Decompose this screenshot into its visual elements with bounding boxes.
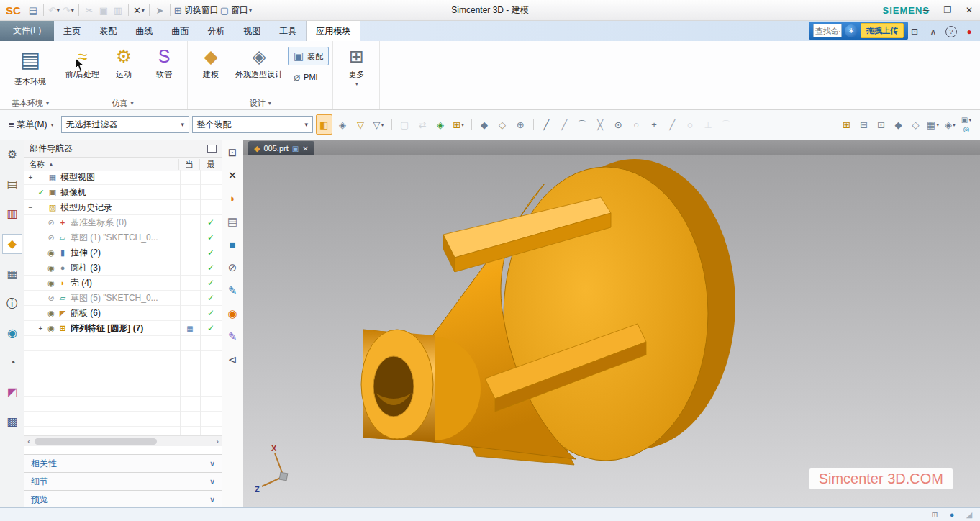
scroll-left-icon[interactable]: ‹ [24, 437, 33, 445]
ribbon-tab[interactable]: 分析 [198, 21, 234, 41]
connection-status-icon[interactable]: ● [945, 509, 958, 520]
tree-label[interactable]: 摄像机 [58, 186, 180, 199]
annotation-icon[interactable]: ✎ [224, 327, 241, 345]
more-button[interactable]: ⊞更多▾ [337, 42, 376, 89]
window-menu-button[interactable]: ▢窗口▾ [220, 2, 252, 18]
check-icon[interactable]: ✓ [35, 188, 47, 197]
part-navigator-icon[interactable]: ◆ [2, 234, 22, 254]
wireframe-mode-icon[interactable]: ◇ [908, 115, 923, 134]
snap-quadrant-icon[interactable]: ○ [629, 115, 644, 134]
rendering-style-icon[interactable]: ◈▾ [943, 115, 958, 134]
save-view-icon[interactable]: ▤ [224, 212, 241, 230]
shaded-mode-icon[interactable]: ◆ [891, 115, 906, 134]
fit-view-icon[interactable]: ■ [224, 235, 241, 253]
visibility-toggle-icon[interactable]: ◉ [45, 278, 57, 288]
motion-button[interactable]: ⚙运动 [104, 42, 143, 81]
fullscreen-button[interactable]: ⊡ [908, 24, 921, 40]
ribbon-tab[interactable]: 视图 [234, 21, 270, 41]
close-tab-icon[interactable]: ✕ [302, 145, 308, 153]
general-filter-icon[interactable]: ▽ [353, 115, 368, 134]
visibility-toggle-icon[interactable]: ⊘ [45, 218, 57, 227]
pmi-button[interactable]: ⌀PMI [288, 68, 329, 86]
tree-row[interactable]: ⊘+基准坐标系 (0)✓ [24, 215, 222, 230]
ribbon-group-label[interactable]: 设计▾ [191, 97, 329, 109]
orient-view-icon[interactable]: ⊡ [224, 143, 241, 160]
snap-control-point-icon[interactable]: ⌒ [575, 115, 590, 134]
visibility-toggle-icon[interactable]: ◉ [45, 248, 57, 258]
section-dependencies[interactable]: 相关性∨ [24, 454, 222, 472]
tree-row[interactable]: +▦模型视图 [24, 170, 222, 185]
record-movie-button[interactable]: ● [963, 24, 976, 40]
tree-row[interactable]: −▨模型历史记录 [24, 200, 222, 215]
menu-button[interactable]: ≡菜单(M)▾ [4, 117, 58, 133]
hd3d-tools-icon[interactable]: ⓘ [3, 294, 22, 313]
constraint-navigator-icon[interactable]: ▥ [3, 204, 22, 223]
tree-label[interactable]: 筋板 (6) [68, 307, 180, 320]
drag-upload-button[interactable]: 拖拽上传 [861, 23, 904, 38]
tree-label[interactable]: 基准坐标系 (0) [68, 217, 180, 229]
snap-point-on-face-icon[interactable]: ◌ [683, 115, 698, 134]
resize-grip-icon[interactable]: ◢ [963, 509, 976, 520]
visibility-toggle-icon[interactable]: ◉ [45, 324, 57, 333]
close-button[interactable]: ✕ [963, 2, 976, 18]
tree-label[interactable]: 草图 (5) "SKETCH_0... [68, 292, 180, 304]
edit-object-display-icon[interactable]: ✎ [224, 281, 241, 299]
tree-row[interactable]: +◉⊞阵列特征 [圆形] (7)▦✓ [24, 321, 222, 336]
graphics-window[interactable]: X Z Simcenter 3D.COM [243, 155, 980, 508]
tree-row[interactable]: ⊘▱草图 (1) "SKETCH_0...✓ [24, 230, 222, 245]
tree-row[interactable]: ◉▮拉伸 (2)✓ [24, 245, 222, 260]
expander[interactable]: + [26, 173, 35, 181]
window-layout-icon[interactable]: ▦▾ [925, 115, 940, 134]
ribbon-tab[interactable]: 装配 [90, 21, 126, 41]
tree-label[interactable]: 圆柱 (3) [68, 262, 180, 274]
command-finder-input[interactable] [813, 24, 842, 37]
tree-label[interactable]: 模型历史记录 [58, 201, 180, 214]
tab-file[interactable]: 文件(F) [0, 20, 54, 41]
visibility-toggle-icon[interactable]: ◉ [45, 309, 57, 318]
minimize-ribbon-button[interactable]: ∧ [927, 24, 940, 40]
snap-arc-center-icon[interactable]: ⊙ [611, 115, 626, 134]
solid-preselect-icon[interactable]: ◆ [477, 115, 492, 134]
history-icon[interactable]: ◔ [3, 353, 22, 372]
scrollbar-thumb[interactable] [35, 438, 157, 445]
float-window-icon[interactable]: ⊟ [856, 115, 871, 134]
visibility-toggle-icon[interactable]: ◉ [45, 263, 57, 273]
base-environment-button[interactable]: ▤基本环境 [6, 42, 54, 89]
ribbon-tab[interactable]: 曲面 [162, 21, 198, 41]
part-3d-model[interactable] [243, 155, 980, 508]
delete-icon[interactable]: ✕▾ [132, 2, 145, 18]
snap-point-toggle-icon[interactable]: ◧ [316, 114, 332, 135]
visualization-scenes-icon[interactable]: ▩ [3, 412, 22, 431]
assembly-navigator-icon[interactable]: ▤ [3, 175, 22, 194]
web-browser-icon[interactable]: ◉ [3, 324, 22, 343]
maximize-view-icon[interactable]: ⊡ [874, 115, 889, 134]
close-window-icon[interactable]: ✕ [224, 166, 241, 184]
snap-existing-point-icon[interactable]: + [647, 115, 662, 134]
visual-effects-icon[interactable]: ◎ [960, 125, 973, 134]
studio-render-icon[interactable]: ◗ [224, 189, 241, 207]
roles-icon[interactable]: ◩ [3, 383, 22, 402]
cloud-icon[interactable]: ∗ [845, 24, 858, 37]
flexible-hose-button[interactable]: S软管 [145, 42, 183, 81]
grid-toggle-icon[interactable]: ⊞ [928, 509, 941, 520]
previous-view-icon[interactable]: ⊲ [224, 350, 241, 368]
snap-intersection-icon[interactable]: ╳ [593, 115, 608, 134]
show-icon[interactable]: ◉ [224, 304, 241, 322]
expander[interactable]: + [36, 325, 45, 332]
column-current[interactable]: 当 [178, 159, 199, 170]
minimize-button[interactable]: ─ [920, 2, 933, 18]
expander[interactable]: − [26, 204, 35, 212]
hide-icon[interactable]: ⊘ [224, 258, 241, 276]
column-latest[interactable]: 最 [199, 159, 222, 170]
section-preview[interactable]: 预览∨ [24, 490, 222, 508]
add-to-selection-icon[interactable]: ⊞▾ [451, 115, 466, 134]
tree-label[interactable]: 草图 (1) "SKETCH_0... [68, 232, 180, 244]
visibility-toggle-icon[interactable]: ⊘ [45, 294, 57, 303]
ribbon-tab[interactable]: 工具 [270, 21, 306, 41]
assemblies-button[interactable]: ▣装配 [288, 47, 329, 65]
selection-filter-dropdown[interactable]: 无选择过滤器▼ [61, 116, 189, 133]
visibility-toggle-icon[interactable]: ⊘ [45, 233, 57, 243]
tree-label[interactable]: 模型视图 [58, 171, 180, 184]
facet-body-icon[interactable]: ◇ [495, 115, 510, 134]
viewport-tab[interactable]: ◆ 005.prt ▣ ✕ [248, 141, 314, 155]
